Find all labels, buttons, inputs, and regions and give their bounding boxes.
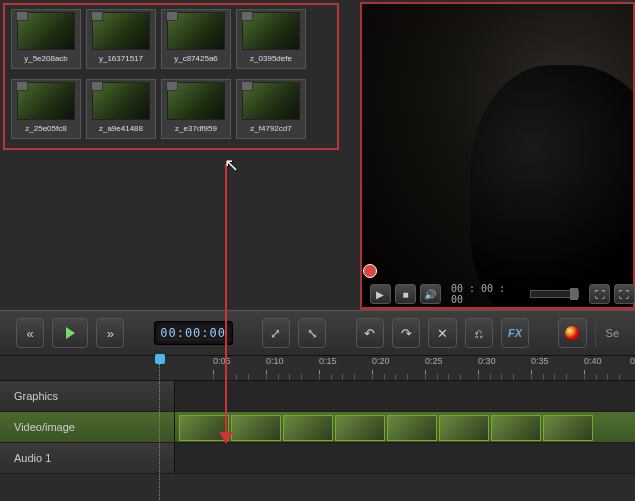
media-label: z_0395defe (250, 54, 292, 63)
media-thumb[interactable]: y_5e208acb (11, 9, 81, 69)
preview-fit-button[interactable]: ⛶ (589, 284, 610, 304)
timeline-lcd: 00:00:00 (154, 321, 233, 345)
preview-fullscreen-button[interactable]: ⛶ (614, 284, 635, 304)
media-selection-box: y_5e208acb y_16371517 y_c87425a6 z_0395d… (3, 3, 339, 150)
timeline-clip[interactable] (283, 415, 333, 441)
expand-button[interactable]: ⤢ (262, 318, 290, 348)
undo-button[interactable]: ↶ (356, 318, 384, 348)
media-thumb[interactable]: z_e37df959 (161, 79, 231, 139)
ruler-tick-label: 0:05 (213, 356, 231, 366)
timeline-tracks: Graphics Video/image Audio 1 (0, 381, 635, 474)
media-label: z_25e05fc8 (25, 124, 66, 133)
preview-volume-button[interactable]: 🔊 (420, 284, 441, 304)
annotation-arrow-head (219, 432, 233, 444)
media-label: z_f4792cd7 (250, 124, 291, 133)
ruler-tick-label: 0:10 (266, 356, 284, 366)
preview-viewport (360, 2, 635, 310)
media-library: y_5e208acb y_16371517 y_c87425a6 z_0395d… (0, 0, 360, 310)
preview-play-button[interactable]: ▶ (370, 284, 391, 304)
preview-stop-button[interactable]: ■ (395, 284, 416, 304)
track-graphics: Graphics (0, 381, 635, 412)
ruler-tick-label: 0:25 (425, 356, 443, 366)
preview-playhead-handle[interactable] (363, 264, 377, 278)
track-lane[interactable] (175, 443, 635, 473)
ruler-tick-label: 0:35 (531, 356, 549, 366)
media-thumb[interactable]: z_a9e41488 (86, 79, 156, 139)
next-button[interactable]: » (96, 318, 124, 348)
ruler-tick-label: 0:30 (478, 356, 496, 366)
track-lane[interactable] (175, 381, 635, 411)
track-video-image: Video/image (0, 412, 635, 443)
preview-volume-slider[interactable] (530, 290, 579, 298)
record-icon (565, 326, 579, 340)
media-thumb[interactable]: z_0395defe (236, 9, 306, 69)
track-lane[interactable] (175, 412, 635, 442)
track-header[interactable]: Graphics (0, 381, 175, 411)
timeline-clip[interactable] (491, 415, 541, 441)
prev-button[interactable]: « (16, 318, 44, 348)
play-button[interactable] (52, 318, 88, 348)
media-label: y_5e208acb (24, 54, 68, 63)
timeline-clip[interactable] (387, 415, 437, 441)
timeline-clip[interactable] (231, 415, 281, 441)
ruler-tick-label: 0:15 (319, 356, 337, 366)
preview-frame (362, 4, 633, 307)
media-label: y_c87425a6 (174, 54, 218, 63)
timeline-clip[interactable] (543, 415, 593, 441)
media-label: z_e37df959 (175, 124, 217, 133)
timeline-clip[interactable] (439, 415, 489, 441)
media-thumb[interactable]: y_c87425a6 (161, 9, 231, 69)
track-audio-1: Audio 1 (0, 443, 635, 474)
play-icon (66, 327, 75, 339)
delete-button[interactable]: ✕ (428, 318, 456, 348)
media-label: z_a9e41488 (99, 124, 143, 133)
preview-transport: ▶ ■ 🔊 00 : 00 : 00 ⛶ ⛶ (370, 283, 635, 305)
media-thumb[interactable]: z_f4792cd7 (236, 79, 306, 139)
record-button[interactable] (558, 318, 586, 348)
settings-button[interactable]: Se (595, 319, 619, 347)
preview-timecode: 00 : 00 : 00 (451, 283, 520, 305)
ruler-tick-label: 0:20 (372, 356, 390, 366)
timeline-ruler[interactable]: 0:05 0:10 0:15 0:20 0:25 0:30 0:35 0:40 … (0, 356, 635, 381)
ruler-tick-label: 0:40 (584, 356, 602, 366)
media-thumb[interactable]: y_16371517 (86, 9, 156, 69)
timeline-toolbar: « » 00:00:00 ⤢ ⤡ ↶ ↷ ✕ ⎌ FX Se (0, 310, 635, 356)
redo-button[interactable]: ↷ (392, 318, 420, 348)
collapse-button[interactable]: ⤡ (298, 318, 326, 348)
track-header[interactable]: Video/image (0, 412, 175, 442)
fx-button[interactable]: FX (501, 318, 529, 348)
timeline-playhead[interactable] (155, 354, 165, 364)
annotation-arrow (225, 164, 227, 436)
ruler-tick-label: 0:4 (630, 356, 635, 366)
timeline-clip[interactable] (335, 415, 385, 441)
media-thumb[interactable]: z_25e05fc8 (11, 79, 81, 139)
track-header[interactable]: Audio 1 (0, 443, 175, 473)
media-label: y_16371517 (99, 54, 143, 63)
split-button[interactable]: ⎌ (465, 318, 493, 348)
